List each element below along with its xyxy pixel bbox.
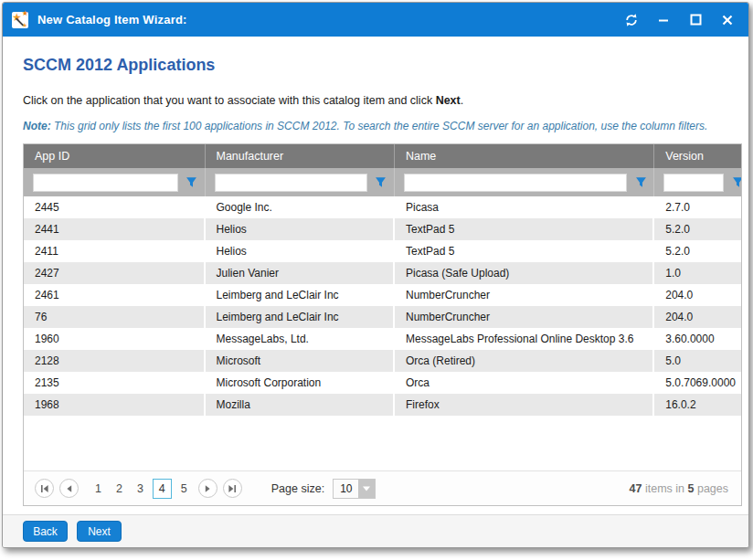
page-number-4[interactable]: 4 [153, 479, 172, 499]
window-controls [623, 12, 736, 28]
instruction-prefix: Click on the application that you want t… [23, 94, 436, 107]
instruction-suffix: . [461, 94, 463, 107]
page-number-3[interactable]: 3 [132, 480, 149, 498]
column-header-name[interactable]: Name [395, 144, 654, 168]
filter-cell-appid [24, 168, 206, 196]
funnel-icon[interactable] [185, 175, 199, 190]
next-page-button[interactable] [198, 479, 217, 498]
grid-empty-area [24, 416, 741, 470]
chevron-down-icon[interactable] [358, 480, 375, 498]
filter-input-version[interactable] [663, 174, 724, 192]
cell-appid: 1960 [24, 328, 206, 350]
cell-name: Orca (Retired) [395, 350, 654, 372]
table-row[interactable]: 2441HeliosTextPad 55.2.0 [24, 218, 741, 240]
column-header-manufacturer[interactable]: Manufacturer [206, 144, 395, 168]
instruction-next-emphasis: Next [436, 94, 461, 107]
wizard-footer: Back Next [3, 514, 748, 547]
back-button[interactable]: Back [23, 521, 68, 542]
cell-appid: 2445 [24, 196, 206, 218]
page-size-dropdown[interactable]: 10 [333, 479, 376, 499]
cell-version: 5.0 [654, 350, 741, 372]
filter-input-appid[interactable] [33, 174, 178, 192]
page-title: SCCM 2012 Applications [23, 56, 748, 75]
column-header-version[interactable]: Version [654, 144, 741, 168]
instruction-text: Click on the application that you want t… [23, 94, 748, 107]
cell-manufacturer: Helios [206, 240, 395, 262]
cell-name: Picasa (Safe Upload) [395, 262, 654, 284]
page-number-5[interactable]: 5 [175, 480, 193, 498]
column-header-appid[interactable]: App ID [24, 144, 206, 168]
grid-pager: 12345 Page size: 10 47 items in 5 pages [24, 470, 741, 505]
next-button[interactable]: Next [77, 521, 122, 542]
page-size-value: 10 [334, 480, 358, 498]
cell-appid: 1968 [24, 394, 206, 416]
table-row[interactable]: 76Leimberg and LeClair IncNumberCruncher… [24, 306, 741, 328]
table-row[interactable]: 2128MicrosoftOrca (Retired)5.0 [24, 350, 741, 372]
cell-manufacturer: Microsoft [206, 350, 395, 372]
table-row[interactable]: 2135Microsoft CorporationOrca5.0.7069.00… [24, 372, 741, 394]
minimize-icon[interactable] [655, 12, 672, 28]
cell-name: MessageLabs Professional Online Desktop … [395, 328, 654, 350]
cell-version: 204.0 [654, 284, 741, 306]
pages-text: pages [694, 482, 728, 495]
items-count: 47 [630, 482, 642, 495]
window-title: New Catalog Item Wizard: [37, 13, 187, 26]
funnel-icon[interactable] [633, 175, 648, 190]
table-row[interactable]: 1960MessageLabs, Ltd.MessageLabs Profess… [24, 328, 741, 350]
cell-version: 3.60.0000 [654, 328, 741, 350]
prev-page-button[interactable] [59, 479, 79, 498]
page-number-list: 12345 [88, 479, 195, 499]
cell-appid: 2427 [24, 262, 206, 284]
grid-header-row: App ID Manufacturer Name Version [24, 144, 741, 168]
note-body: This grid only lists the first 100 appli… [51, 120, 708, 132]
wizard-window: ★ ★ ★ New Catalog Item Wizard: [2, 2, 749, 548]
note-label: Note: [23, 120, 51, 132]
table-row[interactable]: 2411HeliosTextPad 55.2.0 [24, 240, 741, 262]
cell-name: Orca [395, 372, 654, 394]
cell-version: 5.0.7069.0000 [654, 372, 741, 394]
wizard-content: SCCM 2012 Applications Click on the appl… [3, 56, 748, 506]
page-number-2[interactable]: 2 [111, 480, 128, 498]
title-bar: ★ ★ ★ New Catalog Item Wizard: [3, 3, 748, 37]
close-icon[interactable] [719, 12, 736, 28]
cell-version: 2.7.0 [654, 196, 741, 218]
cell-version: 5.2.0 [654, 240, 741, 262]
cell-manufacturer: Leimberg and LeClair Inc [206, 306, 395, 328]
cell-manufacturer: Microsoft Corporation [206, 372, 395, 394]
table-row[interactable]: 2445Google Inc.Picasa2.7.0 [24, 196, 741, 218]
table-row[interactable]: 1968MozillaFirefox16.0.2 [24, 394, 741, 416]
cell-name: Firefox [395, 394, 654, 416]
filter-cell-version [654, 168, 741, 196]
cell-appid: 2441 [24, 218, 206, 240]
cell-name: NumberCruncher [395, 306, 654, 328]
cell-appid: 2128 [24, 350, 206, 372]
cell-version: 16.0.2 [654, 394, 741, 416]
filter-input-manufacturer[interactable] [215, 174, 367, 192]
funnel-icon[interactable] [730, 175, 741, 190]
last-page-button[interactable] [223, 479, 242, 498]
grid-filter-row [24, 168, 741, 196]
refresh-icon[interactable] [623, 12, 640, 28]
items-summary: 47 items in 5 pages [630, 482, 728, 495]
cell-manufacturer: Google Inc. [206, 196, 395, 218]
page-number-1[interactable]: 1 [90, 480, 107, 498]
cell-version: 5.2.0 [654, 218, 741, 240]
filter-input-name[interactable] [404, 174, 627, 192]
cell-version: 204.0 [654, 306, 741, 328]
cell-appid: 76 [24, 306, 206, 328]
cell-name: Picasa [395, 196, 654, 218]
funnel-icon[interactable] [374, 175, 388, 190]
first-page-button[interactable] [35, 479, 54, 498]
cell-manufacturer: Mozilla [206, 394, 395, 416]
filter-cell-manufacturer [206, 168, 395, 196]
maximize-icon[interactable] [687, 12, 704, 28]
page-size-label: Page size: [271, 482, 324, 495]
cell-name: NumberCruncher [395, 284, 654, 306]
cell-manufacturer: Helios [206, 218, 395, 240]
table-row[interactable]: 2427Julien VanierPicasa (Safe Upload)1.0 [24, 262, 741, 284]
star-glyph: ★ [22, 9, 28, 17]
table-row[interactable]: 2461Leimberg and LeClair IncNumberCrunch… [24, 284, 741, 306]
cell-version: 1.0 [654, 262, 741, 284]
cell-manufacturer: Leimberg and LeClair Inc [206, 284, 395, 306]
note-text: Note: This grid only lists the first 100… [23, 120, 748, 132]
